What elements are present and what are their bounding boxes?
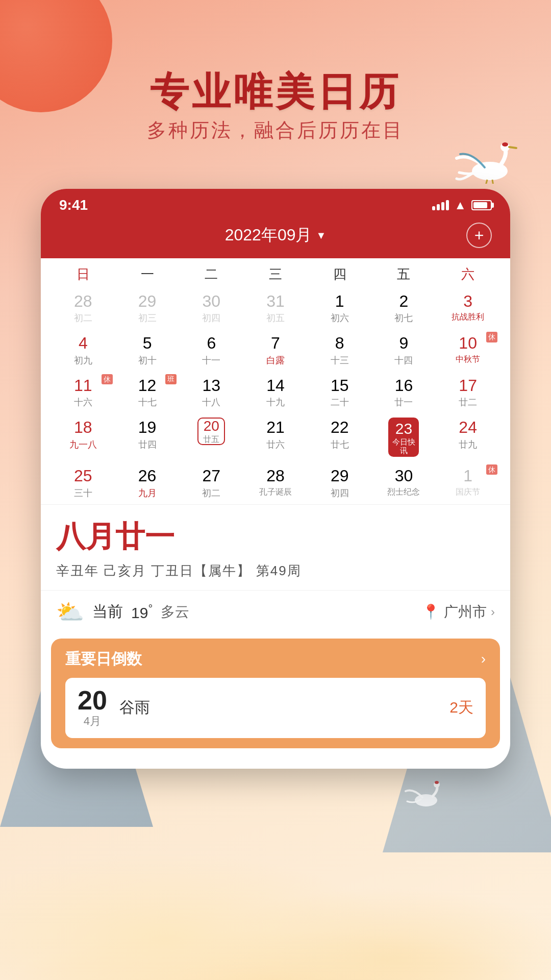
cal-day-sep22[interactable]: 22 廿七 (308, 413, 372, 462)
cal-day-sep12[interactable]: 班 12 十七 (115, 372, 180, 413)
cal-day-aug30[interactable]: 30 初四 (179, 287, 243, 329)
status-time: 9:41 (59, 197, 88, 213)
cal-day-sep9[interactable]: 9 十四 (372, 329, 436, 371)
cal-day-sep13[interactable]: 13 十八 (179, 372, 243, 413)
lunar-year-info: 辛丑年 己亥月 丁丑日【属牛】 第49周 (56, 562, 495, 580)
cal-day-sep16[interactable]: 16 廿一 (372, 372, 436, 413)
cal-day-sep29[interactable]: 29 初四 (308, 462, 372, 504)
day-header-sat: 六 (436, 265, 500, 283)
calendar-week-1: 28 初二 29 初三 30 初四 31 初五 1 初六 2 初七 (51, 287, 500, 329)
wifi-icon: ▲ (454, 198, 466, 212)
app-title: 专业唯美日历 (0, 66, 551, 119)
crane-bottom-icon (403, 781, 449, 817)
calendar-grid: 日 一 二 三 四 五 六 28 初二 29 初三 30 初四 31 (41, 258, 510, 504)
weather-section: ⛅ 当前 19° 多云 📍 广州市 › (41, 590, 510, 633)
day-circle-sep20: 20 廿五 (197, 418, 225, 445)
cal-day-sep14[interactable]: 14 十九 (243, 372, 308, 413)
cal-day-sep25[interactable]: 25 三十 (51, 462, 115, 504)
rest-badge-sep10: 休 (486, 332, 497, 342)
countdown-title: 重要日倒数 (65, 649, 142, 670)
cal-day-sep4[interactable]: 4 初九 (51, 329, 115, 371)
cal-day-sep30[interactable]: 30 烈士纪念 (372, 462, 436, 504)
countdown-date-block: 20 4月 (78, 687, 107, 729)
cal-day-sep5[interactable]: 5 初十 (115, 329, 180, 371)
countdown-day-number: 20 (78, 687, 107, 714)
weather-prefix: 当前 (92, 601, 123, 622)
status-bar: 9:41 ▲ (41, 189, 510, 217)
cal-day-sep20[interactable]: 20 廿五 (179, 413, 243, 462)
weather-condition: 多云 (161, 602, 189, 622)
day-headers-row: 日 一 二 三 四 五 六 (51, 258, 500, 287)
location-pin-icon: 📍 (422, 603, 440, 620)
weather-city: 广州市 (444, 602, 487, 622)
cal-day-sep21[interactable]: 21 廿六 (243, 413, 308, 462)
cal-day-sep26[interactable]: 26 九月 (115, 462, 180, 504)
cal-day-aug28[interactable]: 28 初二 (51, 287, 115, 329)
calendar-month-title[interactable]: 2022年09月 ▼ (225, 224, 327, 247)
day-header-fri: 五 (372, 265, 436, 283)
work-badge-sep12: 班 (165, 374, 177, 384)
lunar-section: 八月廿一 辛丑年 己亥月 丁丑日【属牛】 第49周 (41, 504, 510, 590)
rest-badge-sep11: 休 (102, 374, 113, 384)
weather-temperature: 19° (131, 602, 153, 622)
countdown-arrow-icon[interactable]: › (481, 651, 486, 667)
rest-badge-oct1: 休 (486, 464, 497, 475)
day-header-tue: 二 (179, 265, 243, 283)
cal-day-oct1[interactable]: 休 1 国庆节 (436, 462, 500, 504)
app-subtitle: 多种历法，融合后历历在目 (0, 117, 551, 143)
countdown-month: 4月 (84, 714, 101, 729)
day-header-mon: 一 (115, 265, 180, 283)
signal-icon (432, 200, 449, 210)
cal-day-aug29[interactable]: 29 初三 (115, 287, 180, 329)
cal-day-sep23-today[interactable]: 23 今日快讯 (372, 413, 436, 462)
cal-day-sep27[interactable]: 27 初二 (179, 462, 243, 504)
countdown-header: 重要日倒数 › (65, 649, 486, 670)
weather-icon: ⛅ (56, 599, 84, 625)
add-event-button[interactable]: + (466, 223, 492, 248)
day-header-thu: 四 (308, 265, 372, 283)
cal-day-sep17[interactable]: 17 廿二 (436, 372, 500, 413)
cal-day-aug31[interactable]: 31 初五 (243, 287, 308, 329)
month-dropdown-arrow: ▼ (316, 230, 326, 241)
battery-icon (471, 200, 492, 210)
svg-point-5 (435, 781, 439, 784)
cal-day-sep8[interactable]: 8 十三 (308, 329, 372, 371)
calendar-week-4: 18 九一八 19 廿四 20 廿五 21 廿六 22 廿七 (51, 413, 500, 462)
cal-day-sep18[interactable]: 18 九一八 (51, 413, 115, 462)
calendar-week-3: 休 11 十六 班 12 十七 13 十八 14 十九 15 二十 (51, 372, 500, 413)
cal-day-sep7[interactable]: 7 白露 (243, 329, 308, 371)
cal-day-sep15[interactable]: 15 二十 (308, 372, 372, 413)
cal-day-sep3[interactable]: 3 抗战胜利 (436, 287, 500, 329)
countdown-section: 重要日倒数 › 20 4月 谷雨 2天 (51, 639, 500, 748)
cal-day-sep6[interactable]: 6 十一 (179, 329, 243, 371)
location-arrow-icon: › (491, 605, 495, 619)
countdown-event-name: 谷雨 (119, 697, 449, 718)
status-icons: ▲ (432, 198, 492, 212)
countdown-days-remaining: 2天 (449, 697, 473, 718)
calendar-header: 2022年09月 ▼ + (41, 217, 510, 258)
cal-day-sep28[interactable]: 28 孔子诞辰 (243, 462, 308, 504)
cal-day-sep24[interactable]: 24 廿九 (436, 413, 500, 462)
cal-day-sep11[interactable]: 休 11 十六 (51, 372, 115, 413)
today-box: 23 今日快讯 (388, 418, 419, 457)
day-header-sun: 日 (51, 265, 115, 283)
cal-day-sep19[interactable]: 19 廿四 (115, 413, 180, 462)
weather-location[interactable]: 📍 广州市 › (422, 602, 495, 622)
bg-cloud-bottom (0, 776, 551, 980)
day-header-wed: 三 (243, 265, 308, 283)
cal-day-sep2[interactable]: 2 初七 (372, 287, 436, 329)
calendar-week-5: 25 三十 26 九月 27 初二 28 孔子诞辰 29 初四 30 烈士纪念 (51, 462, 500, 504)
cal-day-sep1[interactable]: 1 初六 (308, 287, 372, 329)
countdown-item-1[interactable]: 20 4月 谷雨 2天 (65, 678, 486, 738)
lunar-date-display: 八月廿一 (56, 517, 495, 557)
phone-mockup: 9:41 ▲ 2022年09月 ▼ + 日 一 二 (41, 189, 510, 769)
cal-day-sep10[interactable]: 休 10 中秋节 (436, 329, 500, 371)
weather-info-left: ⛅ 当前 19° 多云 (56, 599, 189, 625)
calendar-week-2: 4 初九 5 初十 6 十一 7 白露 8 十三 9 十四 (51, 329, 500, 371)
